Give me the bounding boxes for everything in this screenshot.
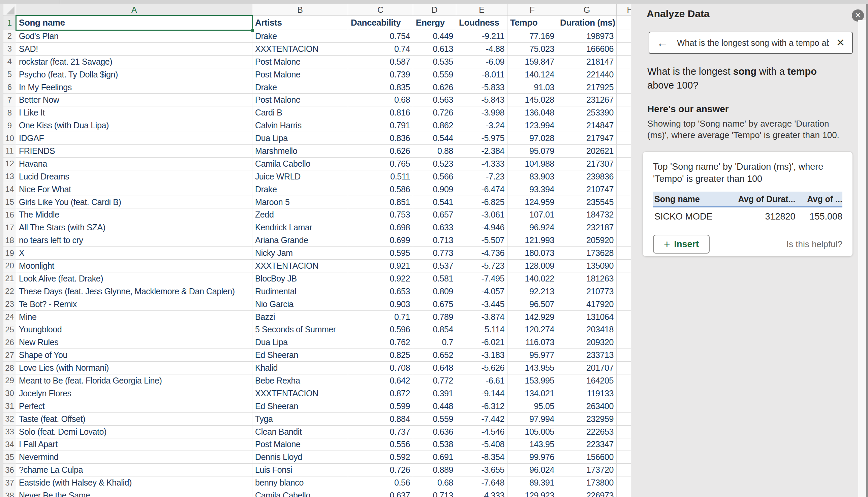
cell-D24[interactable]: 0.789 [413,311,456,324]
cell-F18[interactable]: 121.993 [508,234,557,247]
cell-F23[interactable]: 96.507 [508,298,557,311]
cell-C14[interactable]: 0.586 [348,183,413,196]
cell-A18[interactable]: no tears left to cry [16,234,252,247]
cell-B16[interactable]: Zedd [252,209,348,221]
row-header-24[interactable]: 24 [3,311,16,324]
cell-B32[interactable]: Tyga [252,413,348,426]
cell-B21[interactable]: BlocBoy JB [252,272,348,285]
cell-H33[interactable] [617,426,631,438]
cell-H26[interactable] [617,336,631,349]
cell-H3[interactable] [617,43,631,56]
row-header-15[interactable]: 15 [3,196,16,209]
cell-A20[interactable]: Moonlight [16,260,252,272]
row-header-9[interactable]: 9 [3,119,16,132]
cell-C24[interactable]: 0.71 [348,311,413,324]
cell-H24[interactable] [617,311,631,324]
cell-B3[interactable]: XXXTENTACION [252,43,348,56]
cell-E30[interactable]: -9.144 [456,387,508,400]
cell-D30[interactable]: 0.391 [413,387,456,400]
cell-C4[interactable]: 0.587 [348,56,413,68]
cell-C22[interactable]: 0.653 [348,285,413,298]
cell-H28[interactable] [617,361,631,374]
cell-B5[interactable]: Post Malone [252,68,348,81]
cell-E9[interactable]: -3.24 [456,119,508,132]
cell-H38[interactable] [617,489,631,497]
cell-G26[interactable]: 209320 [557,336,617,349]
cell-A13[interactable]: Lucid Dreams [16,170,252,183]
cell-H27[interactable] [617,349,631,361]
cell-B9[interactable]: Calvin Harris [252,119,348,132]
cell-D9[interactable]: 0.862 [413,119,456,132]
cell-H9[interactable] [617,119,631,132]
row-header-22[interactable]: 22 [3,285,16,298]
cell-H36[interactable] [617,464,631,477]
cell-E16[interactable]: -3.061 [456,209,508,221]
cell-A9[interactable]: One Kiss (with Dua Lipa) [16,119,252,132]
cell-D12[interactable]: 0.523 [413,158,456,170]
cell-E28[interactable]: -5.626 [456,361,508,374]
cell-E2[interactable]: -9.211 [456,30,508,43]
cell-E14[interactable]: -6.474 [456,183,508,196]
cell-A32[interactable]: Taste (feat. Offset) [16,413,252,426]
row-header-13[interactable]: 13 [3,170,16,183]
cell-F25[interactable]: 120.274 [508,323,557,336]
cell-G27[interactable]: 233713 [557,349,617,361]
cell-H5[interactable] [617,68,631,81]
cell-A10[interactable]: IDGAF [16,132,252,145]
cell-B7[interactable]: Post Malone [252,94,348,106]
cell-A28[interactable]: Love Lies (with Normani) [16,361,252,374]
row-header-18[interactable]: 18 [3,234,16,247]
cell-B33[interactable]: Clean Bandit [252,426,348,438]
row-header-35[interactable]: 35 [3,451,16,464]
cell-D15[interactable]: 0.541 [413,196,456,209]
cell-G37[interactable]: 173800 [557,477,617,489]
cell-C16[interactable]: 0.753 [348,209,413,221]
cell-E36[interactable]: -3.655 [456,464,508,477]
cell-B30[interactable]: XXXTENTACION [252,387,348,400]
cell-G3[interactable]: 166606 [557,43,617,56]
row-header-34[interactable]: 34 [3,438,16,451]
cell-A26[interactable]: New Rules [16,336,252,349]
cell-H8[interactable] [617,106,631,119]
cell-C9[interactable]: 0.791 [348,119,413,132]
cell-G12[interactable]: 217307 [557,158,617,170]
select-all-corner[interactable] [3,4,16,16]
cell-E24[interactable]: -3.874 [456,311,508,324]
cell-E18[interactable]: -5.507 [456,234,508,247]
row-header-16[interactable]: 16 [3,209,16,221]
cell-B8[interactable]: Cardi B [252,106,348,119]
cell-B25[interactable]: 5 Seconds of Summer [252,323,348,336]
cell-G13[interactable]: 239836 [557,170,617,183]
cell-C30[interactable]: 0.872 [348,387,413,400]
cell-C1[interactable]: Danceability [348,16,413,30]
cell-G24[interactable]: 131064 [557,311,617,324]
row-header-20[interactable]: 20 [3,260,16,272]
cell-F33[interactable]: 105.005 [508,426,557,438]
cell-A29[interactable]: Meant to Be (feat. Florida Georgia Line) [16,374,252,387]
cell-B11[interactable]: Marshmello [252,145,348,158]
cell-C21[interactable]: 0.922 [348,272,413,285]
cell-C2[interactable]: 0.754 [348,30,413,43]
cell-F34[interactable]: 143.95 [508,438,557,451]
cell-A14[interactable]: Nice For What [16,183,252,196]
question-input[interactable]: ← What is the longest song with a tempo … [649,32,853,54]
cell-A11[interactable]: FRIENDS [16,145,252,158]
cell-D10[interactable]: 0.544 [413,132,456,145]
cell-H34[interactable] [617,438,631,451]
cell-G22[interactable]: 210773 [557,285,617,298]
cell-F15[interactable]: 124.959 [508,196,557,209]
cell-C13[interactable]: 0.511 [348,170,413,183]
cell-H31[interactable] [617,400,631,413]
cell-A36[interactable]: ?chame La Culpa [16,464,252,477]
cell-B10[interactable]: Dua Lipa [252,132,348,145]
cell-B18[interactable]: Ariana Grande [252,234,348,247]
cell-B6[interactable]: Drake [252,81,348,94]
cell-F7[interactable]: 145.028 [508,94,557,106]
clear-icon[interactable]: ✕ [836,38,845,48]
cell-A33[interactable]: Solo (feat. Demi Lovato) [16,426,252,438]
cell-E17[interactable]: -4.946 [456,221,508,234]
cell-B13[interactable]: Juice WRLD [252,170,348,183]
cell-C28[interactable]: 0.708 [348,361,413,374]
cell-C17[interactable]: 0.698 [348,221,413,234]
cell-C36[interactable]: 0.726 [348,464,413,477]
